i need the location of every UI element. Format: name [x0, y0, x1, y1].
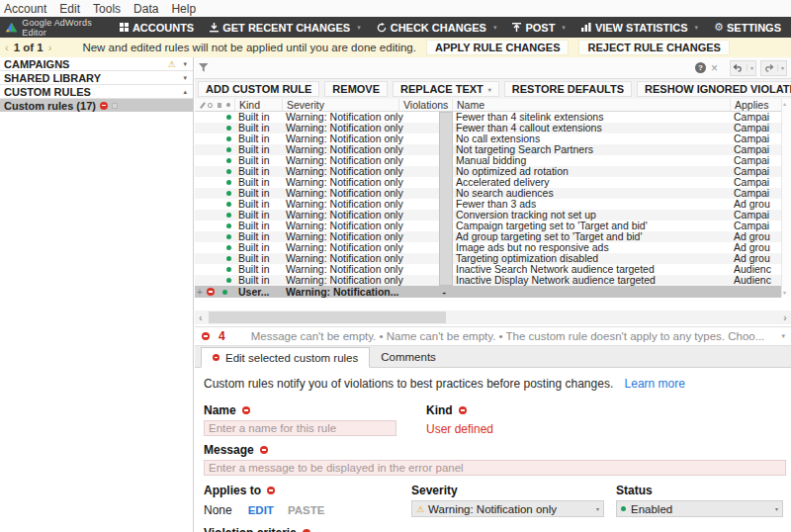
status-dropdown[interactable]: Enabled ▾	[616, 500, 783, 517]
rule-kind: Built in	[234, 133, 282, 144]
table-vertical-scrollbar[interactable]: ▴ ▾	[781, 99, 791, 297]
main-toolbar: Google AdWords Editor ACCOUNTS GET RECEN…	[0, 17, 791, 38]
post-button[interactable]: POST ▾	[512, 22, 565, 34]
kind-field-label: Kind	[426, 403, 453, 417]
rule-row[interactable]: Built in Warning: Notification only Fewe…	[195, 123, 781, 133]
rule-applies: Campai	[730, 155, 781, 166]
redo-button[interactable]: ▾	[760, 60, 787, 76]
square-status-column-icon[interactable]	[218, 103, 222, 108]
severity-dropdown[interactable]: ⚠ Warning: Notification only ▾	[411, 500, 604, 517]
rule-applies	[730, 287, 781, 298]
rule-row[interactable]: Built in Warning: Notification only Fewe…	[195, 199, 781, 210]
column-header-name[interactable]: Name	[452, 99, 730, 111]
rule-kind: Built in	[234, 253, 282, 264]
accounts-button[interactable]: ACCOUNTS	[120, 22, 194, 34]
rule-row[interactable]: Built in Warning: Notification only Manu…	[195, 155, 781, 166]
scroll-left-icon[interactable]: ‹	[195, 312, 207, 323]
rule-row[interactable]: Built in Warning: Notification only Ad g…	[195, 231, 781, 242]
reshow-ignored-violations-button[interactable]: RESHOW IGNORED VIOLATIONS	[637, 81, 791, 97]
sidebar-item-custom-rules[interactable]: Custom rules (17)	[0, 99, 193, 112]
rule-row[interactable]: Built in Warning: Notification only Camp…	[195, 221, 781, 231]
menu-account[interactable]: Account	[4, 2, 46, 16]
menu-data[interactable]: Data	[133, 2, 158, 16]
add-custom-rule-button[interactable]: ADD CUSTOM RULE	[198, 81, 319, 97]
chevron-down-icon[interactable]: ▾	[357, 24, 361, 32]
name-field[interactable]	[204, 420, 396, 436]
sidebar-section-shared-library[interactable]: SHARED LIBRARY ▾	[0, 71, 193, 85]
rule-row[interactable]: Built in Warning: Notification only No o…	[195, 166, 781, 177]
chevron-down-icon[interactable]: ▾	[493, 24, 497, 32]
reject-rule-changes-button[interactable]: REJECT RULE CHANGES	[578, 40, 729, 55]
clear-filter-icon[interactable]: ×	[711, 61, 718, 75]
get-recent-changes-button[interactable]: GET RECENT CHANGES ▾	[210, 22, 360, 34]
tab-edit-selected-custom-rules[interactable]: Edit selected custom rules	[201, 347, 370, 368]
sidebar-section-custom-rules[interactable]: CUSTOM RULES ▴	[0, 85, 193, 99]
open-panel-icon[interactable]	[112, 103, 118, 109]
rules-table-body: Built in Warning: Notification only Fewe…	[195, 112, 791, 286]
remove-button[interactable]: REMOVE	[324, 81, 388, 97]
error-badge-icon	[100, 102, 108, 110]
chevron-down-icon[interactable]: ▾	[695, 24, 699, 32]
chevron-down-icon[interactable]: ▾	[562, 24, 566, 32]
rules-filter-bar[interactable]: ? × ▾ ▾	[195, 57, 791, 79]
rule-severity: Warning: Notification only	[282, 275, 398, 286]
applies-to-edit-link[interactable]: EDIT	[248, 504, 274, 516]
column-header-violations[interactable]: Violations	[398, 99, 452, 111]
learn-more-link[interactable]: Learn more	[625, 377, 685, 391]
dot-status-column-icon[interactable]	[226, 103, 230, 107]
message-field[interactable]	[204, 460, 786, 476]
apply-rule-changes-button[interactable]: APPLY RULE CHANGES	[426, 40, 570, 55]
scrollbar-thumb[interactable]	[209, 311, 446, 323]
rule-row[interactable]: Built in Warning: Notification only Acce…	[195, 177, 781, 188]
menu-bar: Account Edit Tools Data Help	[0, 0, 791, 17]
rule-row[interactable]: Built in Warning: Notification only Conv…	[195, 210, 781, 221]
error-summary-bar[interactable]: 4 Message can't be empty. • Name can't b…	[195, 326, 791, 346]
violations-column-scrollbar[interactable]	[439, 112, 453, 286]
undo-button[interactable]: ▾	[730, 60, 756, 76]
menu-help[interactable]: Help	[171, 2, 196, 16]
circle-status-column-icon[interactable]	[208, 103, 213, 108]
chevron-down-icon[interactable]: ▾	[777, 64, 784, 71]
prev-notice-arrow-icon[interactable]: ‹	[5, 42, 9, 53]
settings-button[interactable]: ⚙ SETTINGS	[714, 21, 781, 34]
rule-row[interactable]: Built in Warning: Notification only Targ…	[195, 253, 781, 264]
next-notice-arrow-icon[interactable]: ›	[48, 42, 52, 53]
scroll-down-icon[interactable]: ▾	[783, 289, 786, 296]
sidebar-section-campaigns[interactable]: CAMPAIGNS ⚠ ▾	[0, 57, 193, 71]
expand-errors-icon[interactable]: ▾	[781, 332, 785, 340]
view-statistics-button[interactable]: VIEW STATISTICS ▾	[581, 22, 698, 34]
scroll-right-icon[interactable]: ›	[779, 312, 791, 323]
rule-row[interactable]: Built in Warning: Notification only Inac…	[195, 275, 781, 286]
error-messages: Message can't be empty. • Name can't be …	[251, 330, 776, 342]
rule-row[interactable]: Built in Warning: Notification only No c…	[195, 133, 781, 144]
rule-name	[452, 287, 730, 298]
scroll-up-icon[interactable]: ▴	[783, 100, 786, 107]
bar-chart-icon	[581, 23, 591, 32]
applies-to-paste-link[interactable]: PASTE	[288, 504, 325, 516]
chevron-down-icon[interactable]: ▾	[747, 64, 753, 71]
restore-defaults-button[interactable]: RESTORE DEFAULTS	[504, 81, 632, 97]
replace-text-button[interactable]: REPLACE TEXT ▾	[393, 81, 499, 97]
warning-icon: ⚠	[167, 59, 175, 69]
menu-tools[interactable]: Tools	[93, 2, 121, 16]
rule-row[interactable]: Built in Warning: Notification only Inac…	[195, 264, 781, 275]
tab-comments[interactable]: Comments	[370, 346, 447, 367]
menu-edit[interactable]: Edit	[59, 2, 80, 16]
help-icon[interactable]: ?	[695, 62, 706, 73]
table-horizontal-scrollbar[interactable]: ‹ ›	[195, 310, 791, 324]
rule-editing-notice-bar: ‹ 1 of 1 › New and edited rules will not…	[0, 38, 791, 57]
rule-name: Fewer than 4 sitelink extensions	[452, 112, 730, 123]
rule-row[interactable]: Built in Warning: Notification only Fewe…	[195, 112, 781, 123]
edited-status-column-icon[interactable]	[200, 102, 206, 109]
rule-row[interactable]: Built in Warning: Notification only Imag…	[195, 242, 781, 253]
enabled-dot-icon	[621, 506, 626, 511]
rule-row[interactable]: Built in Warning: Notification only Not …	[195, 144, 781, 155]
column-header-applies[interactable]: Applies	[730, 99, 781, 111]
enabled-dot-icon	[226, 278, 231, 283]
rule-name: No optimized ad rotation	[452, 166, 730, 177]
column-header-severity[interactable]: Severity	[282, 99, 398, 111]
check-changes-button[interactable]: CHECK CHANGES ▾	[377, 22, 497, 34]
rule-row[interactable]: Built in Warning: Notification only No s…	[195, 188, 781, 199]
selected-rule-row[interactable]: + User... Warning: Notification... -	[195, 286, 781, 298]
column-header-kind[interactable]: Kind	[234, 99, 282, 111]
